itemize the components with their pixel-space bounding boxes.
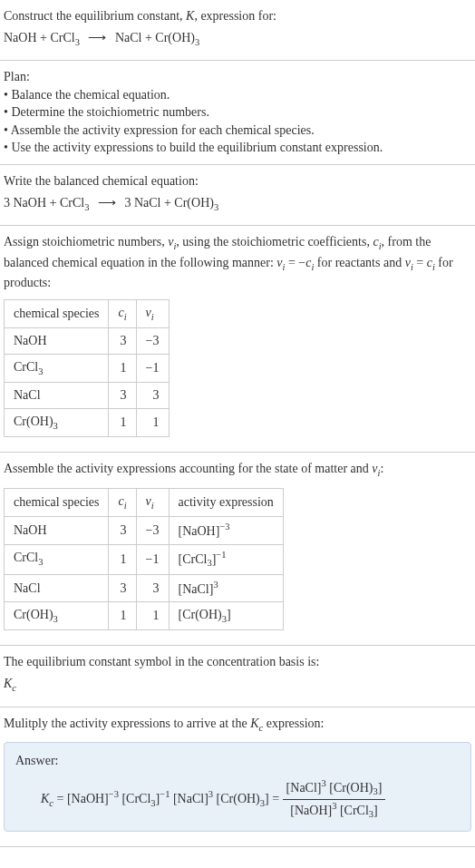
- cell-nu: 3: [136, 383, 169, 409]
- balanced-lhs: 3 NaOH + CrCl: [4, 196, 84, 210]
- products: NaCl + Cr(OH): [115, 31, 195, 44]
- close: ]: [227, 608, 231, 621]
- table-header-row: chemical species ci νi: [5, 299, 170, 327]
- species-base: Cr(OH): [14, 608, 53, 621]
- act-sup: 3: [213, 580, 218, 590]
- cell-nu: −1: [136, 544, 169, 574]
- plan-item: Use the activity expressions to build th…: [4, 139, 471, 157]
- cell-nu: 3: [136, 574, 169, 601]
- cell-species: NaOH: [5, 517, 109, 544]
- cell-nu: −3: [136, 328, 169, 355]
- cell-activity: [NaCl]3: [169, 574, 283, 601]
- sub-3: 3: [195, 36, 199, 46]
- table-header-row: chemical species ci νi activity expressi…: [5, 488, 284, 516]
- header-activity: activity expression: [169, 488, 283, 516]
- balanced-equation: 3 NaOH + CrCl3 ⟶ 3 NaCl + Cr(OH)3: [4, 194, 471, 214]
- answer-formula: Kc = [NaOH]−3 [CrCl3]−1 [NaCl]3 [Cr(OH)3…: [15, 777, 460, 822]
- cell-species: NaCl: [5, 383, 109, 409]
- answer-box: Answer: Kc = [NaOH]−3 [CrCl3]−1 [NaCl]3 …: [4, 742, 471, 832]
- plan-item: Balance the chemical equation.: [4, 86, 471, 104]
- fraction-numerator: [NaCl]3 [Cr(OH)3]: [283, 777, 386, 800]
- act-base: [NaOH]: [179, 524, 220, 538]
- sub-i: i: [151, 501, 154, 511]
- symbol-section: The equilibrium constant symbol in the c…: [0, 646, 475, 707]
- intro-text: Construct the equilibrium constant, K, e…: [4, 7, 471, 25]
- stoichiometric-table: chemical species ci νi NaOH 3 −3 CrCl3 1…: [4, 299, 170, 438]
- balanced-section: Write the balanced chemical equation: 3 …: [0, 165, 475, 226]
- act-base: [CrCl: [179, 551, 208, 565]
- assign-t1: Assign stoichiometric numbers,: [4, 235, 168, 249]
- nacl: [NaCl]: [170, 791, 208, 805]
- intro-section: Construct the equilibrium constant, K, e…: [0, 0, 475, 61]
- intro-k: K: [186, 9, 194, 23]
- table-row: Cr(OH)3 1 1: [5, 408, 170, 436]
- multiply-section: Mulitply the activity expressions to arr…: [0, 707, 475, 847]
- sub-i: i: [151, 311, 154, 321]
- cell-c: 3: [109, 517, 136, 544]
- unbalanced-equation: NaOH + CrCl3 ⟶ NaCl + Cr(OH)3: [4, 29, 471, 49]
- plan-item: Assemble the activity expression for eac…: [4, 122, 471, 140]
- cell-c: 1: [109, 601, 136, 629]
- header-species: chemical species: [5, 488, 109, 516]
- species-base: CrCl: [14, 551, 38, 564]
- cell-c: 3: [109, 383, 136, 409]
- colon: :: [380, 462, 383, 475]
- crcl: [CrCl: [119, 791, 150, 805]
- species-base: Cr(OH): [14, 414, 53, 428]
- sub-3: 3: [214, 201, 218, 211]
- k: K: [41, 791, 49, 805]
- assign-section: Assign stoichiometric numbers, νi, using…: [0, 226, 475, 453]
- table-row: NaOH 3 −3: [5, 328, 170, 355]
- assemble-t1: Assemble the activity expressions accoun…: [4, 462, 372, 475]
- act-sup: −1: [216, 550, 226, 560]
- assemble-section: Assemble the activity expressions accoun…: [0, 453, 475, 646]
- sub-i: i: [124, 501, 127, 511]
- cell-species: Cr(OH)3: [5, 408, 109, 436]
- act-sup: −3: [219, 522, 229, 532]
- k: K: [4, 677, 12, 690]
- cell-c: 3: [109, 328, 136, 355]
- table-row: CrCl3 1 −1 [CrCl3]−1: [5, 544, 284, 574]
- sub-3: 3: [84, 201, 89, 211]
- multiply-text: Mulitply the activity expressions to arr…: [4, 715, 471, 735]
- cell-activity: [Cr(OH)3]: [169, 601, 283, 629]
- assign-text: Assign stoichiometric numbers, νi, using…: [4, 233, 471, 292]
- answer-label: Answer:: [15, 752, 460, 770]
- activity-table: chemical species ci νi activity expressi…: [4, 488, 284, 631]
- cell-species: CrCl3: [5, 354, 109, 382]
- cell-nu: −1: [136, 354, 169, 382]
- sub-3: 3: [75, 36, 80, 46]
- sub-c: c: [12, 683, 16, 693]
- sub-3: 3: [53, 614, 58, 624]
- num-croh: [Cr(OH): [326, 780, 373, 794]
- assign-t2: , using the stoichiometric coefficients,: [176, 235, 373, 249]
- cell-nu: 1: [136, 601, 169, 629]
- sub-3: 3: [38, 557, 43, 567]
- num-nacl: [NaCl]: [286, 780, 322, 794]
- cell-species: NaCl: [5, 574, 109, 601]
- assemble-text: Assemble the activity expressions accoun…: [4, 460, 471, 480]
- intro-line1b: , expression for:: [194, 9, 276, 23]
- cell-c: 1: [109, 354, 136, 382]
- table-row: NaCl 3 3 [NaCl]3: [5, 574, 284, 601]
- mult-t1: Mulitply the activity expressions to arr…: [4, 717, 250, 730]
- assign-t4: for reactants and: [314, 256, 404, 269]
- eq: = −: [285, 256, 305, 269]
- intro-line1: Construct the equilibrium constant,: [4, 9, 186, 23]
- cell-c: 1: [109, 408, 136, 436]
- cell-species: CrCl3: [5, 544, 109, 574]
- cell-activity: [CrCl3]−1: [169, 544, 283, 574]
- sup: −1: [160, 789, 170, 799]
- symbol-text: The equilibrium constant symbol in the c…: [4, 653, 471, 671]
- table-row: CrCl3 1 −1: [5, 354, 170, 382]
- sub-3: 3: [38, 366, 43, 376]
- fraction-denominator: [NaOH]3 [CrCl3]: [283, 800, 386, 822]
- kc-symbol: Kc: [4, 675, 471, 695]
- cell-nu: −3: [136, 517, 169, 544]
- header-nu: νi: [136, 299, 169, 327]
- header-c: ci: [109, 299, 136, 327]
- plan-section: Plan: Balance the chemical equation. Det…: [0, 61, 475, 165]
- sub-3: 3: [53, 421, 58, 431]
- balanced-rhs: 3 NaCl + Cr(OH): [124, 196, 214, 210]
- k: K: [250, 717, 258, 730]
